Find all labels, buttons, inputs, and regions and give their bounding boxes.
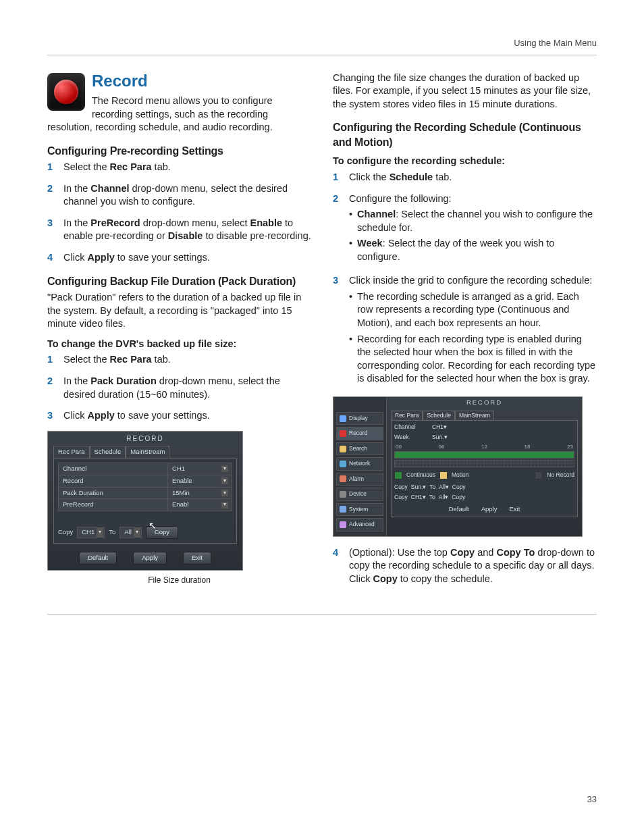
dvr-dropdown[interactable]: 15Min▾ [168,487,232,499]
dvr-tab[interactable]: Rec Para [53,446,90,458]
to-label: To [109,528,115,537]
bold: Copy [450,547,475,558]
dvr-tab[interactable]: MainStream [126,446,169,458]
text: Configure the following: [349,193,452,204]
step-number: 2 [47,182,57,196]
text: to save your settings. [115,252,210,263]
figure-caption: File Size duration [47,575,311,585]
network-icon [340,461,346,467]
heading-backup: Configuring Backup File Duration (Pack D… [47,274,311,289]
dvr-dropdown[interactable]: CH1▾ [168,463,232,475]
sidebar-item-display[interactable]: Display [336,412,383,425]
to-label: To [429,494,435,501]
bold: Copy To [496,547,535,558]
sidebar-item-record[interactable]: Record [336,427,383,440]
copy-to-dropdown[interactable]: All▾ [439,494,448,501]
week-dropdown[interactable]: Sun.▾ [432,434,448,441]
text: In the [63,375,90,386]
dvr-recpara-screenshot: RECORD Rec Para Schedule MainStream Chan… [47,431,243,571]
default-button[interactable]: Default [449,505,469,514]
search-icon [340,446,346,452]
sidebar-item-alarm[interactable]: Alarm [336,473,383,486]
sidebar-item-network[interactable]: Network [336,457,383,470]
apply-button[interactable]: Apply [481,505,498,514]
bold: Rec Para [110,354,152,365]
dvr-value: CH1 [82,528,95,537]
bold: Pack Duration [90,375,157,386]
dvr-value: Enable [172,477,192,484]
text: Click [63,252,87,263]
record-intro: The Record menu allows you to configure … [47,95,311,134]
copy-button[interactable]: Copy [452,484,466,491]
chevron-down-icon: ▾ [221,501,229,509]
step-number: 4 [47,251,57,265]
header-section: Using the Main Menu [47,37,597,49]
header-rule [47,55,597,55]
copy-button[interactable]: Copy [146,526,178,539]
channel-dropdown[interactable]: CH1▾ [432,423,447,431]
advanced-icon [340,521,346,528]
bullet-item: Week: Select the day of the week you wis… [349,237,597,263]
text: Select the [63,354,110,365]
sidebar-item-system[interactable]: System [336,503,383,516]
copy-from-dropdown[interactable]: Sun.▾ [411,484,427,491]
copy-to-dropdown[interactable]: All▾ [439,484,448,491]
dvr-tab[interactable]: MainStream [455,411,494,420]
exit-button[interactable]: Exit [510,505,520,514]
bold: Week [357,238,383,249]
exit-button[interactable]: Exit [183,552,211,565]
dvr-dropdown[interactable]: Enable▾ [168,475,232,487]
text: to disable pre-recording. [203,230,311,241]
steps-prerec: 1 Select the Rec Para tab. 2 In the Chan… [47,161,311,264]
chevron-down-icon: ▾ [444,434,448,440]
bullet-item: Recording for each recording type is ena… [349,333,597,386]
schedule-grid[interactable]: 00 06 12 18 23 [394,444,574,467]
copy-from-dropdown[interactable]: CH1▾ [411,494,426,501]
right-column: Changing the file size changes the durat… [333,70,597,594]
steps-schedule: 1 Click the Schedule tab. 2 Configure th… [333,171,597,388]
footer-rule [47,614,597,615]
heading-schedule: Configuring the Recording Schedule (Cont… [333,120,597,149]
sidebar-label: System [349,506,368,513]
sidebar-item-advanced[interactable]: Advanced [336,518,383,531]
bold: Rec Para [110,161,152,172]
step-number: 1 [47,353,57,367]
step-number: 2 [333,192,342,206]
dvr-tab[interactable]: Schedule [90,446,126,458]
grid-row-motion[interactable] [394,460,574,467]
step-number: 2 [47,375,57,388]
copy-label: Copy [394,484,408,491]
tick: 23 [567,444,573,451]
dvr-tab[interactable]: Rec Para [391,411,423,420]
bold: Copy [373,573,397,584]
step-body: In the Channel drop-down menu, select th… [63,182,311,209]
dvr-title: RECORD [48,432,242,446]
bold: PreRecord [90,217,140,228]
alarm-icon [340,475,346,482]
sidebar-item-device[interactable]: Device [336,488,383,500]
apply-button[interactable]: Apply [133,552,167,565]
dvr-row-label: Pack Duration [59,487,168,499]
step-body: Click the Schedule tab. [349,171,597,184]
swatch-continuous [394,471,402,479]
copy-button[interactable]: Copy [452,494,465,501]
step-body: Select the Rec Para tab. [63,353,311,367]
device-icon [340,491,346,498]
dvr-tab[interactable]: Schedule [423,411,454,420]
bullets-config: Channel: Select the channel you wish to … [349,208,597,263]
sidebar-label: Search [349,445,367,452]
default-button[interactable]: Default [79,552,117,565]
step-number: 4 [333,546,342,560]
grid-row-continuous[interactable] [394,451,574,459]
dvr-value: All [124,528,132,537]
text: tab. [152,161,171,172]
tick: 18 [525,444,531,451]
text: Click the [349,172,390,182]
copy-to-dropdown[interactable]: All▾ [119,527,142,538]
copy-from-dropdown[interactable]: CH1▾ [77,527,105,538]
dvr-dropdown[interactable]: Enabl▾ [168,499,232,511]
sidebar-label: Device [349,490,367,498]
channel-label: Channel [394,423,428,431]
step-number: 1 [333,171,342,184]
sidebar-item-search[interactable]: Search [336,442,383,455]
